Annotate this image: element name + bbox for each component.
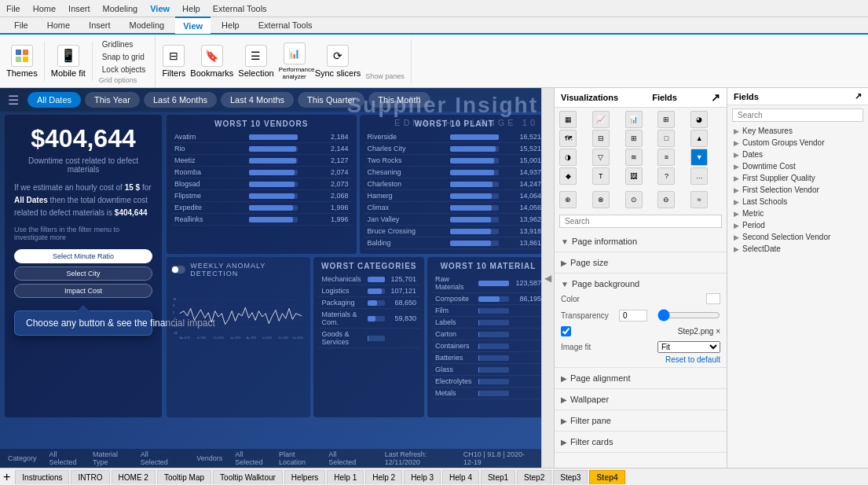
snap-to-grid-btn[interactable]: Snap to grid <box>99 51 148 63</box>
hamburger-icon[interactable]: ☰ <box>8 93 19 108</box>
vis-gauge[interactable]: ◑ <box>559 149 577 166</box>
vis-qanda[interactable]: ? <box>657 167 675 185</box>
bottom-tab-tooltip-map[interactable]: Tooltip Map <box>157 470 211 484</box>
vis-bar-chart[interactable]: ▦ <box>559 111 577 128</box>
ribbon-tab-file[interactable]: File <box>6 17 36 34</box>
bottom-tab-step4[interactable]: Step4 <box>589 470 624 484</box>
toggle-switch[interactable] <box>171 266 185 274</box>
report-scrollbar[interactable]: ◀ <box>541 88 554 468</box>
vis-matrix[interactable]: ⊞ <box>625 130 643 147</box>
ribbon-tab-insert[interactable]: Insert <box>81 17 119 34</box>
ribbon-tab-home[interactable]: Home <box>39 17 78 34</box>
vis-image[interactable]: 🖼 <box>625 167 643 185</box>
menu-view[interactable]: View <box>150 4 170 13</box>
themes-icon[interactable] <box>11 45 33 67</box>
vis-area-chart[interactable]: 📊 <box>625 111 643 128</box>
bottom-tab-home-2[interactable]: HOME 2 <box>112 470 156 484</box>
vis-page-alignment-header[interactable]: ▶ Page alignment <box>555 371 727 385</box>
bottom-tab-step3[interactable]: Step3 <box>553 470 588 484</box>
vis-page-bg-header[interactable]: ▼ Page background <box>555 277 727 291</box>
filter-btn-city[interactable]: Select City <box>14 266 152 281</box>
ribbon-tab-help[interactable]: Help <box>214 17 247 34</box>
vis-filter-pane-header[interactable]: ▶ Filter pane <box>555 413 727 428</box>
vis-line-chart[interactable]: 📈 <box>592 111 610 128</box>
fields-expand[interactable]: ↗ <box>855 91 862 101</box>
bottom-tab-tooltip-walktour[interactable]: Tooltip Walktour <box>213 470 283 484</box>
menu-file[interactable]: File <box>6 4 20 13</box>
vis-panel-expand[interactable]: ↗ <box>711 91 720 104</box>
menu-external-tools[interactable]: External Tools <box>213 4 267 13</box>
field-item-first-selection-vendor[interactable]: ▶ First Selection Vendor <box>727 184 868 196</box>
vis-funnel[interactable]: ▽ <box>592 149 610 166</box>
bottom-tab-intro[interactable]: INTRO <box>71 470 109 484</box>
ribbon-tab-external-tools[interactable]: External Tools <box>251 17 320 34</box>
field-item-last-schools[interactable]: ▶ Last Schools <box>727 196 868 208</box>
vis-custom1[interactable]: ⊕ <box>559 191 577 208</box>
bottom-tab-help-4[interactable]: Help 4 <box>442 470 479 484</box>
vis-kpi[interactable]: ▲ <box>690 130 708 147</box>
bottom-tab-step2[interactable]: Step2 <box>517 470 551 484</box>
field-item-first-supplier-quality[interactable]: ▶ First Supplier Quality <box>727 172 868 184</box>
lock-objects-btn[interactable]: Lock objects <box>99 64 149 75</box>
bottom-tab-help-2[interactable]: Help 2 <box>365 470 402 484</box>
vis-table[interactable]: ⊟ <box>592 130 610 147</box>
vis-filter-icon[interactable]: ▼ <box>690 149 708 166</box>
date-btn-4m[interactable]: Last 4 Months <box>221 92 294 108</box>
add-page-btn[interactable]: + <box>3 470 10 484</box>
vis-more[interactable]: … <box>690 167 708 185</box>
field-item-selectdate[interactable]: ▶ SelectDate <box>727 243 868 255</box>
filter-btn-impact-cost[interactable]: Impact Cost <box>14 284 152 298</box>
filters-icon[interactable]: ⊟ <box>163 45 185 67</box>
vis-custom3[interactable]: ⊙ <box>625 191 643 208</box>
filter-btn-minute-ratio[interactable]: Select Minute Ratio <box>14 249 152 263</box>
gridlines-btn[interactable]: Gridlines <box>99 39 136 50</box>
fields-search[interactable] <box>732 108 863 122</box>
ribbon-tab-view[interactable]: View <box>175 17 211 34</box>
field-item-custom-groups-vendor[interactable]: ▶ Custom Groups Vendor <box>727 137 868 149</box>
field-item-downtime-cost[interactable]: ▶ Downtime Cost <box>727 160 868 172</box>
mobile-icon[interactable]: 📱 <box>57 45 79 67</box>
date-btn-year[interactable]: This Year <box>85 92 140 108</box>
vis-page-size-header[interactable]: ▶ Page size <box>555 255 727 270</box>
vis-wallpaper-header[interactable]: ▶ Wallpaper <box>555 392 727 406</box>
field-item-metric[interactable]: ▶ Metric <box>727 208 868 219</box>
menu-help[interactable]: Help <box>182 4 200 13</box>
ribbon-tab-modeling[interactable]: Modeling <box>122 17 173 34</box>
vis-image-checkbox[interactable] <box>561 326 571 336</box>
vis-custom5[interactable]: ≈ <box>690 191 708 208</box>
field-item-key-measures[interactable]: ▶ Key Measures <box>727 125 868 137</box>
vis-map[interactable]: 🗺 <box>559 130 577 147</box>
vis-ribbon[interactable]: ≋ <box>625 149 643 166</box>
performance-icon[interactable]: 📊 <box>284 42 306 64</box>
vis-textbox[interactable]: T <box>592 167 610 185</box>
vis-custom2[interactable]: ⊗ <box>592 191 610 208</box>
field-item-dates[interactable]: ▶ Dates <box>727 149 868 160</box>
vis-reset-btn[interactable]: Reset to default <box>555 355 727 364</box>
vis-page-info-header[interactable]: ▼ Page information <box>555 234 727 248</box>
vis-card[interactable]: □ <box>657 130 675 147</box>
selection-icon[interactable]: ☰ <box>245 45 267 67</box>
vis-search[interactable] <box>559 215 722 228</box>
menu-modeling[interactable]: Modeling <box>103 4 138 13</box>
sync-slicers-icon[interactable]: ⟳ <box>327 45 349 67</box>
bottom-tab-help-1[interactable]: Help 1 <box>327 470 364 484</box>
bottom-tab-help-3[interactable]: Help 3 <box>404 470 441 484</box>
vis-custom4[interactable]: ⊖ <box>657 191 675 208</box>
bottom-tab-step1[interactable]: Step1 <box>481 470 515 484</box>
vis-pie[interactable]: ◕ <box>690 111 708 128</box>
bottom-tab-instructions[interactable]: Instructions <box>15 470 69 484</box>
vis-scatter[interactable]: ⊞ <box>657 111 675 128</box>
bottom-tab-helpers[interactable]: Helpers <box>284 470 325 484</box>
vis-transparency-input[interactable] <box>619 310 647 321</box>
field-item-period[interactable]: ▶ Period <box>727 219 868 231</box>
menu-home[interactable]: Home <box>33 4 56 13</box>
vis-shape[interactable]: ◆ <box>559 167 577 185</box>
date-btn-6m[interactable]: Last 6 Months <box>144 92 217 108</box>
vis-waterfall[interactable]: ≡ <box>657 149 675 166</box>
date-btn-all[interactable]: All Dates <box>27 92 81 108</box>
field-item-second-selection-vendor[interactable]: ▶ Second Selection Vendor <box>727 231 868 243</box>
menu-insert[interactable]: Insert <box>68 4 90 13</box>
vis-color-picker[interactable] <box>706 293 720 304</box>
vis-transparency-slider[interactable] <box>657 309 720 321</box>
vis-image-fit-select[interactable]: Fit Fill Normal <box>657 341 720 353</box>
